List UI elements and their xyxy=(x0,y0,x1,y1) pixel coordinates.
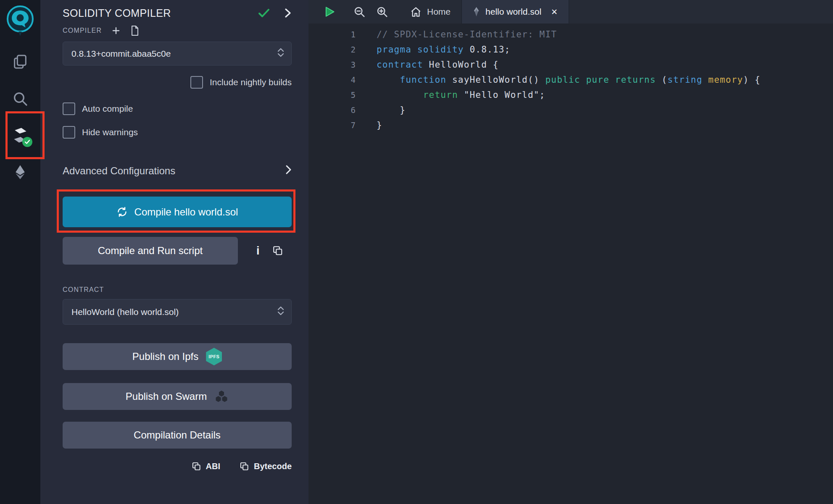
include-nightly-row[interactable]: Include nightly builds xyxy=(63,76,292,89)
home-icon xyxy=(410,7,422,17)
compilation-details-button[interactable]: Compilation Details xyxy=(63,422,292,449)
compile-success-badge-icon xyxy=(22,137,32,147)
line-number: 1 xyxy=(308,27,356,42)
contract-select[interactable]: HelloWorld (hello world.sol) xyxy=(63,299,292,325)
line-number: 6 xyxy=(308,102,356,118)
compiler-version-select[interactable]: 0.8.13+commit.abaa5c0e xyxy=(63,42,292,66)
panel-title: SOLIDITY COMPILER xyxy=(63,7,258,19)
code-line[interactable]: 3contract HelloWorld { xyxy=(308,57,833,72)
remix-ide: SOLIDITY COMPILER COMPILER 0.8.13+commit… xyxy=(0,0,833,504)
info-icon[interactable]: i xyxy=(256,245,260,257)
auto-compile-checkbox[interactable] xyxy=(63,102,75,115)
copy-bytecode-button[interactable]: Bytecode xyxy=(240,462,292,471)
refresh-icon xyxy=(116,206,128,218)
contract-section-label: CONTRACT xyxy=(63,286,292,294)
code-text: return "Hello World"; xyxy=(377,87,545,102)
compiler-section-label: COMPILER xyxy=(63,27,102,34)
auto-compile-label: Auto compile xyxy=(82,104,133,114)
hide-warnings-row[interactable]: Hide warnings xyxy=(63,126,292,139)
code-line[interactable]: 2pragma solidity 0.8.13; xyxy=(308,42,833,57)
compile-button[interactable]: Compile hello world.sol xyxy=(63,197,292,227)
activity-bar xyxy=(0,0,40,504)
code-line[interactable]: 1// SPDX-License-Identifier: MIT xyxy=(308,27,833,42)
file-icon[interactable] xyxy=(130,25,140,36)
contract-select-value: HelloWorld (hello world.sol) xyxy=(71,307,276,317)
auto-compile-row[interactable]: Auto compile xyxy=(63,102,292,115)
advanced-configurations-toggle[interactable]: Advanced Configurations xyxy=(63,164,292,178)
editor-tab-bar: Home hello world.sol ✕ xyxy=(308,0,833,24)
solidity-compiler-icon[interactable] xyxy=(11,126,29,144)
editor-region: Home hello world.sol ✕ 1// SPDX-License-… xyxy=(308,0,833,504)
select-arrows-icon xyxy=(276,304,285,320)
hide-warnings-checkbox[interactable] xyxy=(63,126,75,139)
copy-abi-button[interactable]: ABI xyxy=(192,462,220,471)
select-arrows-icon xyxy=(276,46,285,61)
tab-home[interactable]: Home xyxy=(399,0,461,24)
search-icon[interactable] xyxy=(11,89,29,108)
include-nightly-label: Include nightly builds xyxy=(210,77,292,87)
include-nightly-checkbox[interactable] xyxy=(190,76,203,89)
code-text: // SPDX-License-Identifier: MIT xyxy=(377,27,557,42)
zoom-in-icon[interactable] xyxy=(376,5,388,18)
advanced-configurations-label: Advanced Configurations xyxy=(63,165,175,177)
compile-button-label: Compile hello world.sol xyxy=(134,206,238,218)
copy-icon[interactable] xyxy=(272,245,283,256)
publish-ipfs-button[interactable]: Publish on Ipfs IPFS xyxy=(63,343,292,370)
compiler-version-value: 0.8.13+commit.abaa5c0e xyxy=(71,49,276,59)
panel-header: SOLIDITY COMPILER xyxy=(63,6,292,20)
deploy-and-run-icon[interactable] xyxy=(11,163,29,181)
code-text: } xyxy=(377,118,382,133)
copy-icon xyxy=(192,462,201,471)
chevron-right-icon[interactable] xyxy=(284,8,292,18)
tab-home-label: Home xyxy=(427,7,451,17)
tab-hello-world-sol[interactable]: hello world.sol ✕ xyxy=(461,0,569,24)
copy-icon xyxy=(240,462,249,471)
publish-swarm-button[interactable]: Publish on Swarm xyxy=(63,383,292,410)
code-text: function sayHelloWorld() public pure ret… xyxy=(377,72,761,87)
solidity-file-icon xyxy=(473,6,480,17)
close-tab-icon[interactable]: ✕ xyxy=(551,7,558,17)
code-text: pragma solidity 0.8.13; xyxy=(377,42,510,57)
run-script-play-icon[interactable] xyxy=(322,5,336,19)
solidity-compiler-panel: SOLIDITY COMPILER COMPILER 0.8.13+commit… xyxy=(40,0,308,504)
ipfs-badge-icon: IPFS xyxy=(206,348,222,365)
line-number: 5 xyxy=(308,87,356,102)
zoom-out-icon[interactable] xyxy=(353,5,366,18)
compile-and-run-button[interactable]: Compile and Run script xyxy=(63,237,238,265)
compiled-check-icon xyxy=(258,8,270,18)
code-editor[interactable]: 1// SPDX-License-Identifier: MIT2pragma … xyxy=(308,24,833,504)
line-number: 3 xyxy=(308,57,356,72)
bytecode-label: Bytecode xyxy=(254,462,292,471)
publish-ipfs-label: Publish on Ipfs xyxy=(132,351,198,362)
compiler-section-header: COMPILER xyxy=(63,25,292,36)
file-explorer-icon[interactable] xyxy=(11,52,29,71)
code-line[interactable]: 5 return "Hello World"; xyxy=(308,87,833,102)
code-line[interactable]: 6 } xyxy=(308,102,833,118)
code-text: contract HelloWorld { xyxy=(377,57,499,72)
code-text: } xyxy=(377,102,406,118)
swarm-hexagons-icon xyxy=(214,390,229,403)
publish-swarm-label: Publish on Swarm xyxy=(126,391,207,402)
compile-and-run-row: Compile and Run script i xyxy=(63,237,292,265)
code-line[interactable]: 7} xyxy=(308,118,833,133)
abi-bytecode-row: ABI Bytecode xyxy=(63,462,292,471)
compile-and-run-label: Compile and Run script xyxy=(98,245,203,257)
compilation-details-label: Compilation Details xyxy=(134,429,221,441)
line-number: 4 xyxy=(308,72,356,87)
abi-label: ABI xyxy=(206,462,220,471)
chevron-right-icon xyxy=(285,165,292,177)
line-number: 2 xyxy=(308,42,356,57)
code-line[interactable]: 4 function sayHelloWorld() public pure r… xyxy=(308,72,833,87)
remix-logo[interactable] xyxy=(3,3,37,39)
hide-warnings-label: Hide warnings xyxy=(82,127,138,137)
tab-file-label: hello world.sol xyxy=(485,7,541,17)
line-number: 7 xyxy=(308,118,356,133)
plus-icon[interactable] xyxy=(111,26,121,36)
code-lines: 1// SPDX-License-Identifier: MIT2pragma … xyxy=(308,27,833,133)
